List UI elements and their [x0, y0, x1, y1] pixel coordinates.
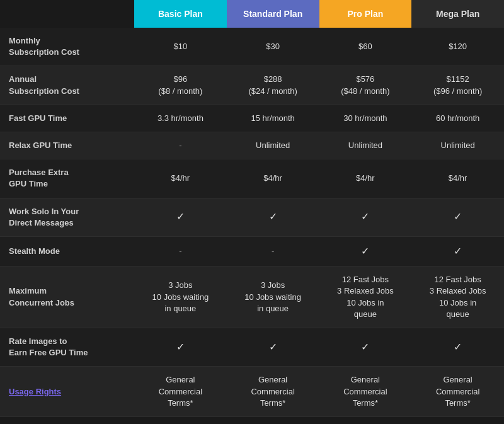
mega-value-row-7: 12 Fast Jobs 3 Relaxed Jobs 10 Jobs in q… — [411, 266, 504, 328]
standard-plan-header: Standard Plan — [227, 0, 319, 28]
checkmark-icon: ✓ — [269, 211, 277, 222]
table-row: Usage RightsGeneral Commercial Terms*Gen… — [0, 367, 504, 417]
feature-label: Rate Images to Earn Free GPU Time — [0, 328, 134, 367]
standard-value-row-1: $288 ($24 / month) — [227, 66, 319, 105]
usage-rights-label[interactable]: Usage Rights — [0, 367, 134, 417]
basic-value-row-8: ✓ — [134, 328, 227, 367]
basic-value-row-9: General Commercial Terms* — [134, 367, 227, 417]
dash-icon: - — [179, 246, 181, 256]
basic-value-row-7: 3 Jobs 10 Jobs waiting in queue — [134, 266, 227, 328]
standard-value-row-7: 3 Jobs 10 Jobs waiting in queue — [227, 266, 319, 328]
pro-value-row-2: 30 hr/month — [319, 105, 412, 132]
table-row: Relax GPU Time-UnlimitedUnlimitedUnlimit… — [0, 132, 504, 159]
basic-value-row-4: $4/hr — [134, 159, 227, 198]
standard-value-row-4: $4/hr — [227, 159, 319, 198]
checkmark-icon: ✓ — [361, 246, 369, 256]
pro-plan-header: Pro Plan — [319, 0, 412, 28]
pro-value-row-6: ✓ — [319, 236, 412, 266]
mega-value-row-4: $4/hr — [411, 159, 504, 198]
feature-label: Stealth Mode — [0, 236, 134, 266]
standard-value-row-9: General Commercial Terms* — [227, 367, 319, 417]
table-row: Monthly Subscription Cost$10$30$60$120 — [0, 28, 504, 66]
mega-value-row-3: Unlimited — [411, 132, 504, 159]
standard-value-row-0: $30 — [227, 28, 319, 66]
feature-label: Annual Subscription Cost — [0, 66, 134, 105]
table-row: Purchase Extra GPU Time$4/hr$4/hr$4/hr$4… — [0, 159, 504, 198]
mega-value-row-2: 60 hr/month — [411, 105, 504, 132]
checkmark-icon: ✓ — [269, 341, 277, 352]
basic-value-row-2: 3.3 hr/month — [134, 105, 227, 132]
pro-value-row-5: ✓ — [319, 198, 412, 236]
pro-value-row-0: $60 — [319, 28, 412, 66]
feature-label: Relax GPU Time — [0, 132, 134, 159]
mega-value-row-5: ✓ — [411, 198, 504, 236]
mega-value-row-0: $120 — [411, 28, 504, 66]
checkmark-icon: ✓ — [454, 341, 462, 352]
mega-plan-header: Mega Plan — [411, 0, 504, 28]
checkmark-icon: ✓ — [361, 341, 369, 352]
standard-value-row-5: ✓ — [227, 198, 319, 236]
checkmark-icon: ✓ — [454, 246, 462, 256]
checkmark-icon: ✓ — [361, 211, 369, 222]
feature-column-header — [0, 0, 134, 28]
standard-value-row-6: - — [227, 236, 319, 266]
pro-value-row-4: $4/hr — [319, 159, 412, 198]
pro-value-row-7: 12 Fast Jobs 3 Relaxed Jobs 10 Jobs in q… — [319, 266, 412, 328]
table-row: Rate Images to Earn Free GPU Time✓✓✓✓ — [0, 328, 504, 367]
table-row: Work Solo In Your Direct Messages✓✓✓✓ — [0, 198, 504, 236]
basic-value-row-6: - — [134, 236, 227, 266]
checkmark-icon: ✓ — [454, 211, 462, 222]
basic-value-row-5: ✓ — [134, 198, 227, 236]
mega-value-row-6: ✓ — [411, 236, 504, 266]
basic-value-row-1: $96 ($8 / month) — [134, 66, 227, 105]
basic-value-row-3: - — [134, 132, 227, 159]
mega-value-row-8: ✓ — [411, 328, 504, 367]
mega-value-row-1: $1152 ($96 / month) — [411, 66, 504, 105]
feature-label: Monthly Subscription Cost — [0, 28, 134, 66]
pro-value-row-9: General Commercial Terms* — [319, 367, 412, 417]
standard-value-row-8: ✓ — [227, 328, 319, 367]
standard-value-row-3: Unlimited — [227, 132, 319, 159]
feature-label: Fast GPU Time — [0, 105, 134, 132]
checkmark-icon: ✓ — [176, 341, 185, 352]
comparison-table-wrapper: Basic Plan Standard Plan Pro Plan Mega P… — [0, 0, 504, 417]
basic-plan-header: Basic Plan — [134, 0, 227, 28]
table-row: Annual Subscription Cost$96 ($8 / month)… — [0, 66, 504, 105]
table-row: Stealth Mode--✓✓ — [0, 236, 504, 266]
mega-value-row-9: General Commercial Terms* — [411, 367, 504, 417]
standard-value-row-2: 15 hr/month — [227, 105, 319, 132]
comparison-table: Basic Plan Standard Plan Pro Plan Mega P… — [0, 0, 504, 417]
feature-label: Purchase Extra GPU Time — [0, 159, 134, 198]
checkmark-icon: ✓ — [176, 211, 185, 222]
table-row: Fast GPU Time3.3 hr/month15 hr/month30 h… — [0, 105, 504, 132]
basic-value-row-0: $10 — [134, 28, 227, 66]
table-row: Maximum Concurrent Jobs3 Jobs 10 Jobs wa… — [0, 266, 504, 328]
feature-label: Work Solo In Your Direct Messages — [0, 198, 134, 236]
pro-value-row-3: Unlimited — [319, 132, 412, 159]
dash-icon: - — [272, 246, 274, 256]
pro-value-row-8: ✓ — [319, 328, 412, 367]
pro-value-row-1: $576 ($48 / month) — [319, 66, 412, 105]
feature-label: Maximum Concurrent Jobs — [0, 266, 134, 328]
dash-icon: - — [179, 140, 181, 150]
